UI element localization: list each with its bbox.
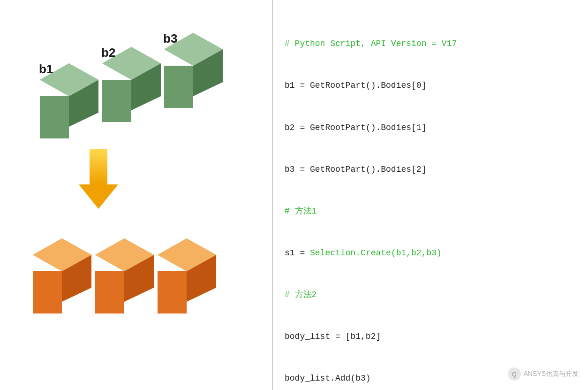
- svg-rect-2: [40, 96, 69, 138]
- cube-b1: b1: [35, 61, 103, 143]
- cube-b3: b3: [159, 31, 227, 112]
- cube-b3-label: b3: [163, 31, 177, 46]
- watermark-icon: Q: [508, 367, 521, 381]
- cube-orange-2: [90, 236, 158, 318]
- code-line-7: # 方法2: [285, 288, 576, 302]
- code-line-3: b2 = GetRootPart().Bodies[1]: [285, 121, 576, 135]
- cube-b2-label: b2: [101, 46, 115, 60]
- code-line-4: b3 = GetRootPart().Bodies[2]: [285, 163, 576, 177]
- orange-cubes-group: [23, 217, 249, 321]
- code-line-1: # Python Script, API Version = V17: [285, 37, 576, 51]
- left-panel: b1 b2 b3: [0, 0, 272, 390]
- code-line-2: b1 = GetRootPart().Bodies[0]: [285, 79, 576, 93]
- svg-rect-18: [95, 271, 124, 314]
- cube-b2: b2: [98, 45, 166, 126]
- code-block: # Python Script, API Version = V17 b1 = …: [285, 9, 576, 390]
- svg-rect-22: [158, 271, 187, 314]
- cube-orange-1: [28, 236, 96, 318]
- code-line-8: body_list = [b1,b2]: [285, 330, 576, 344]
- svg-rect-10: [164, 66, 193, 108]
- right-panel: # Python Script, API Version = V17 b1 = …: [272, 0, 588, 390]
- code-line-5: # 方法1: [285, 205, 576, 219]
- svg-rect-6: [102, 80, 131, 122]
- green-cubes-group: b1 b2 b3: [28, 23, 244, 145]
- cube-b1-label: b1: [39, 62, 53, 76]
- watermark-text: ANSYS仿真与开发: [524, 370, 579, 378]
- code-line-6: s1 = Selection.Create(b1,b2,b3): [285, 246, 576, 260]
- cube-orange-3: [153, 236, 221, 318]
- down-arrow: [79, 149, 118, 209]
- watermark: Q ANSYS仿真与开发: [508, 367, 579, 381]
- svg-rect-14: [33, 271, 62, 314]
